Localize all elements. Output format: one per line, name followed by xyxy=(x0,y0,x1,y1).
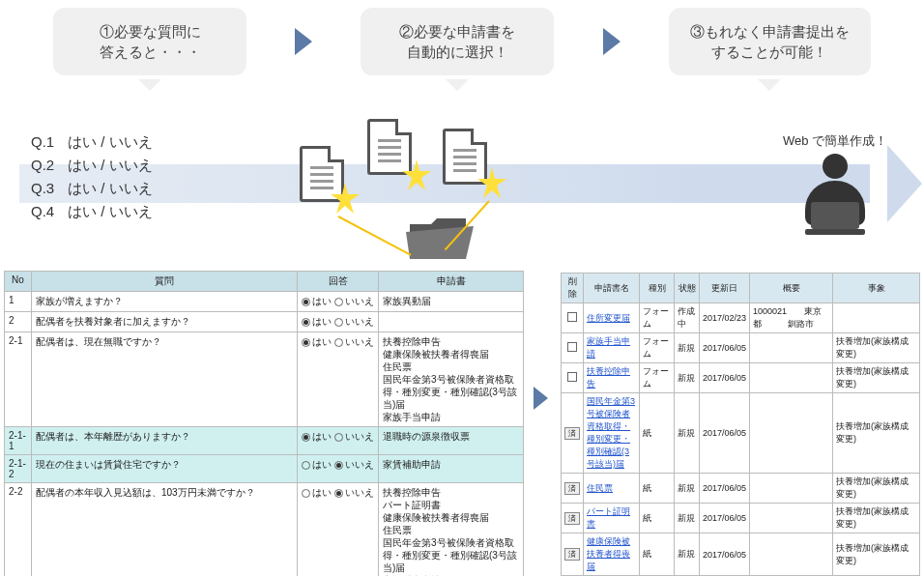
application-link[interactable]: 扶養控除申告 xyxy=(587,366,630,389)
cell-name: 扶養控除申告 xyxy=(584,363,640,393)
col-kind: 種別 xyxy=(640,274,675,303)
table-row: 済健康保険被扶養者得喪届紙新規2017/06/05扶養増加(家族構成変更) xyxy=(562,533,920,576)
cell-summary: 1000021 東京都 釧路市 xyxy=(750,303,833,333)
svg-marker-2 xyxy=(477,167,506,198)
cell-date: 2017/06/05 xyxy=(700,504,750,533)
application-link[interactable]: 住所変更届 xyxy=(587,313,630,323)
cell-delete: 済 xyxy=(562,504,584,533)
cell-answer: はい いいえ xyxy=(298,332,379,427)
sparkle-icon xyxy=(476,167,508,200)
cell-no: 2-2 xyxy=(5,483,32,577)
col-state: 状態 xyxy=(675,274,700,303)
cell-doc: 退職時の源泉徴収票 xyxy=(379,427,524,455)
done-button[interactable]: 済 xyxy=(564,482,580,495)
done-button[interactable]: 済 xyxy=(564,427,580,440)
cell-delete: 済 xyxy=(562,474,584,504)
col-delete: 削除 xyxy=(562,274,584,303)
radio-yes[interactable] xyxy=(302,318,310,327)
svg-marker-0 xyxy=(331,183,360,214)
cell-kind: 紙 xyxy=(640,504,675,533)
cell-no: 1 xyxy=(5,292,32,312)
cell-summary xyxy=(750,363,833,393)
application-link[interactable]: 住民票 xyxy=(587,483,613,493)
table-row: 住所変更届フォーム作成中2017/02/231000021 東京都 釧路市 xyxy=(562,303,920,333)
svg-marker-4 xyxy=(406,226,474,259)
cell-name: 国民年金第3号被保険者資格取得・種別変更・種別確認(3号該当)届 xyxy=(584,393,640,474)
radio-no[interactable] xyxy=(334,298,343,306)
application-link[interactable]: パート証明書 xyxy=(587,506,630,529)
connector-line xyxy=(338,216,412,256)
cell-summary xyxy=(750,474,833,504)
bubble-step-2: ②必要な申請書を自動的に選択！ xyxy=(361,8,554,75)
done-button[interactable]: 済 xyxy=(564,512,580,525)
chevron-right-icon xyxy=(603,28,621,55)
cell-question: 現在の住まいは賃貸住宅ですか？ xyxy=(32,455,298,483)
cell-state: 新規 xyxy=(675,393,700,474)
delete-checkbox[interactable] xyxy=(567,372,577,382)
radio-yes[interactable] xyxy=(302,489,310,498)
delete-checkbox[interactable] xyxy=(567,312,577,322)
cell-event: 扶養増加(家族構成変更) xyxy=(833,363,920,393)
cell-date: 2017/06/05 xyxy=(700,333,750,363)
radio-no[interactable] xyxy=(334,461,343,470)
cell-question: 家族が増えますか？ xyxy=(32,292,298,312)
radio-yes[interactable] xyxy=(302,338,310,347)
application-link[interactable]: 健康保険被扶養者得喪届 xyxy=(587,536,630,571)
question-line: Q.1 はい / いいえ xyxy=(31,130,153,154)
radio-yes[interactable] xyxy=(302,461,310,470)
question-preview-list: Q.1 はい / いいえQ.2 はい / いいえQ.3 はい / いいえQ.4 … xyxy=(31,130,153,223)
cell-doc: 扶養控除申告パート証明書健康保険被扶養者得喪届住民票国民年金第3号被保険者資格取… xyxy=(379,483,524,577)
table-row: 1家族が増えますか？はい いいえ家族異動届 xyxy=(5,292,524,312)
step-bubbles: ①必要な質問に答えると・・・ ②必要な申請書を自動的に選択！ ③もれなく申請書提… xyxy=(0,8,924,75)
done-button[interactable]: 済 xyxy=(564,548,580,561)
cell-state: 新規 xyxy=(675,533,700,576)
cell-date: 2017/06/05 xyxy=(700,474,750,504)
col-summary: 概要 xyxy=(750,274,833,303)
application-link[interactable]: 家族手当申請 xyxy=(587,336,630,359)
cell-no: 2-1-2 xyxy=(5,455,32,483)
cell-no: 2-1 xyxy=(5,332,32,427)
cell-event: 扶養増加(家族構成変更) xyxy=(833,533,920,576)
cell-state: 作成中 xyxy=(675,303,700,333)
application-link[interactable]: 国民年金第3号被保険者資格取得・種別変更・種別確認(3号該当)届 xyxy=(587,396,635,469)
cell-name: 健康保険被扶養者得喪届 xyxy=(584,533,640,576)
delete-checkbox[interactable] xyxy=(567,342,577,352)
cell-event: 扶養増加(家族構成変更) xyxy=(833,333,920,363)
question-line: Q.4 はい / いいえ xyxy=(31,200,153,223)
cell-answer: はい いいえ xyxy=(298,292,379,312)
flow-arrow-head xyxy=(887,145,922,222)
cell-answer: はい いいえ xyxy=(298,312,379,332)
radio-no[interactable] xyxy=(334,489,343,498)
cell-kind: フォーム xyxy=(640,303,675,333)
bubble-step-1: ①必要な質問に答えると・・・ xyxy=(53,8,246,75)
cell-state: 新規 xyxy=(675,474,700,504)
cell-name: パート証明書 xyxy=(584,504,640,533)
cell-question: 配偶者は、本年離歴がありますか？ xyxy=(32,427,298,455)
cell-no: 2-1-1 xyxy=(5,427,32,455)
table-row: 2-1配偶者は、現在無職ですか？はい いいえ扶養控除申告健康保険被扶養者得喪届住… xyxy=(5,332,524,427)
radio-no[interactable] xyxy=(334,338,343,347)
cell-summary xyxy=(750,393,833,474)
cell-date: 2017/06/05 xyxy=(700,393,750,474)
cell-question: 配偶者は、現在無職ですか？ xyxy=(32,332,298,427)
radio-yes[interactable] xyxy=(302,298,310,306)
cell-delete xyxy=(562,333,584,363)
radio-no[interactable] xyxy=(334,433,343,442)
chevron-right-icon xyxy=(534,387,548,410)
radio-yes[interactable] xyxy=(302,433,310,442)
radio-no[interactable] xyxy=(334,318,343,327)
cell-answer: はい いいえ xyxy=(298,483,379,577)
bubble-step-3: ③もれなく申請書提出をすることが可能！ xyxy=(669,8,871,75)
sparkle-icon xyxy=(329,183,361,216)
cell-doc xyxy=(379,312,524,332)
cell-delete: 済 xyxy=(562,393,584,474)
cell-state: 新規 xyxy=(675,363,700,393)
cell-kind: 紙 xyxy=(640,474,675,504)
table-row: 2配偶者を扶養対象者に加えますか？はい いいえ xyxy=(5,312,524,332)
bubble-text: ①必要な質問に答えると・・・ xyxy=(100,23,201,60)
question-table: No 質問 回答 申請書 1家族が増えますか？はい いいえ家族異動届2配偶者を扶… xyxy=(4,271,524,576)
cell-doc: 家賃補助申請 xyxy=(379,455,524,483)
cell-delete xyxy=(562,303,584,333)
cell-answer: はい いいえ xyxy=(298,427,379,455)
chevron-right-icon xyxy=(295,28,312,55)
